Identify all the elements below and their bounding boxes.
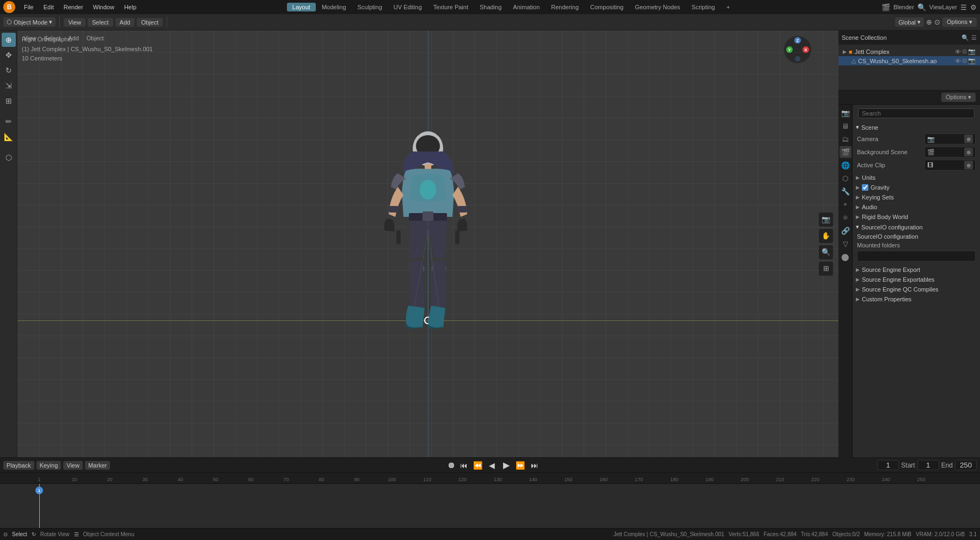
view-layer-props-icon[interactable]: 🗂	[840, 133, 852, 145]
step-back-btn[interactable]: ⏪	[472, 459, 484, 471]
bg-scene-pick-btn[interactable]: ⊕	[964, 148, 973, 156]
tab-shading[interactable]: Shading	[474, 3, 507, 11]
magnet-icon[interactable]: ⊕	[926, 18, 932, 26]
scene-section-header[interactable]: ▾ Scene	[853, 122, 980, 132]
vp-menu-add[interactable]: Add	[65, 34, 82, 43]
sourceio-section-header[interactable]: ▾ SourceIO configuration	[853, 222, 980, 232]
tab-compositing[interactable]: Compositing	[585, 3, 629, 11]
menu-window[interactable]: Window	[89, 3, 119, 11]
output-props-icon[interactable]: 🖥	[840, 120, 852, 132]
particles-props-icon[interactable]: ⚬	[840, 198, 852, 210]
menu-render[interactable]: Render	[59, 3, 88, 11]
selectable-icon-2[interactable]: ⊙	[962, 57, 967, 64]
outliner-options-icon[interactable]: ☰	[971, 34, 977, 41]
source-engine-export-section[interactable]: ▶ Source Engine Export	[853, 265, 980, 275]
tab-layout[interactable]: Layout	[287, 3, 316, 11]
tab-scripting[interactable]: Scripting	[686, 3, 720, 11]
tab-uv-editing[interactable]: UV Editing	[388, 3, 427, 11]
select-menu-btn[interactable]: Select	[88, 18, 113, 27]
scene-props-icon[interactable]: 🎬	[840, 146, 852, 158]
outliner-item-jett-complex[interactable]: ▶ ■ Jett Complex 👁 ⊙ 📷	[838, 47, 980, 56]
tab-sculpting[interactable]: Sculpting	[352, 3, 388, 11]
measure-tool[interactable]: 📐	[2, 130, 16, 144]
data-props-icon[interactable]: ▽	[840, 238, 852, 250]
camera-pick-btn[interactable]: ⊕	[964, 135, 973, 143]
mounted-folders-input[interactable]	[857, 251, 976, 262]
menu-help[interactable]: Help	[120, 3, 141, 11]
current-frame-input[interactable]: 1	[877, 460, 899, 470]
object-menu-btn[interactable]: Object	[137, 18, 163, 27]
zoom-icon[interactable]: 🔍	[819, 245, 833, 259]
tab-add[interactable]: +	[721, 3, 735, 11]
pan-icon[interactable]: ✋	[819, 229, 833, 243]
modifier-props-icon[interactable]: 🔧	[840, 185, 852, 197]
visibility-icon[interactable]: 👁	[955, 48, 961, 55]
tab-rendering[interactable]: Rendering	[546, 3, 584, 11]
marker-menu-btn[interactable]: Marker	[85, 461, 110, 470]
mode-dropdown[interactable]: ⬡ Object Mode ▾	[3, 17, 56, 27]
gravity-checkbox[interactable]	[862, 184, 868, 191]
keying-sets-section[interactable]: ▶ Keying Sets	[853, 192, 980, 202]
active-clip-value[interactable]: 🎞 ⊕	[924, 160, 976, 171]
tab-modeling[interactable]: Modeling	[316, 3, 352, 11]
move-tool[interactable]: ✥	[2, 48, 16, 62]
jump-end-btn[interactable]: ⏭	[529, 459, 541, 471]
render-icon-2[interactable]: 📷	[968, 57, 976, 64]
settings-icon[interactable]: ⚙	[970, 3, 977, 11]
grid-icon[interactable]: ⊞	[819, 262, 833, 276]
vp-menu-view[interactable]: View	[21, 34, 39, 43]
selectable-icon[interactable]: ⊙	[962, 48, 967, 55]
options-button[interactable]: Options ▾	[941, 93, 976, 102]
vp-menu-object[interactable]: Object	[84, 34, 107, 43]
jump-start-btn[interactable]: ⏮	[458, 459, 470, 471]
proportional-icon[interactable]: ⊙	[934, 18, 940, 26]
object-props-icon[interactable]: ⬡	[840, 172, 852, 184]
menu-edit[interactable]: Edit	[39, 3, 58, 11]
timeline-content[interactable]: 1	[0, 484, 980, 528]
render-icon[interactable]: 📷	[968, 48, 976, 55]
source-engine-qc-section[interactable]: ▶ Source Engine QC Compiles	[853, 284, 980, 294]
audio-section[interactable]: ▶ Audio	[853, 202, 980, 212]
add-menu-btn[interactable]: Add	[115, 18, 135, 27]
zoom-camera-icon[interactable]: 📷	[819, 213, 833, 227]
start-frame-input[interactable]: 1	[917, 460, 939, 470]
outliner-filter-icon[interactable]: 🔍	[961, 34, 969, 41]
menu-file[interactable]: File	[20, 3, 38, 11]
play-btn[interactable]: ▶	[500, 459, 512, 471]
view-menu-tl-btn[interactable]: View	[63, 461, 83, 470]
material-props-icon[interactable]: ⬤	[840, 251, 852, 263]
camera-value[interactable]: 📷 ⊕	[924, 134, 976, 144]
props-search-input[interactable]	[858, 108, 975, 118]
gravity-section[interactable]: ▶ Gravity	[853, 183, 980, 192]
world-props-icon[interactable]: 🌐	[840, 159, 852, 171]
active-clip-pick-btn[interactable]: ⊕	[964, 161, 973, 169]
custom-properties-section[interactable]: ▶ Custom Properties	[853, 294, 980, 304]
scale-tool[interactable]: ⇲	[2, 78, 16, 93]
visibility-icon-2[interactable]: 👁	[955, 58, 961, 64]
tab-texture-paint[interactable]: Texture Paint	[428, 3, 474, 11]
tab-geometry-nodes[interactable]: Geometry Nodes	[629, 3, 685, 11]
viewport-3d[interactable]: View Select Add Object Right Orthographi…	[17, 31, 838, 457]
transform-dropdown[interactable]: Global ▾	[895, 17, 924, 27]
rigid-body-world-section[interactable]: ▶ Rigid Body World	[853, 212, 980, 222]
cursor-tool[interactable]: ⊕	[2, 33, 16, 47]
physics-props-icon[interactable]: ⚛	[840, 211, 852, 223]
outliner-item-skelmesh[interactable]: △ CS_Wushu_S0_Skelmesh.ao 👁 ⊙ 📷	[838, 56, 980, 65]
view-menu-btn[interactable]: View	[64, 18, 85, 27]
add-object-tool[interactable]: ⬡	[2, 150, 16, 165]
transform-tool[interactable]: ⊞	[2, 94, 16, 108]
search-top-icon[interactable]: 🔍	[917, 3, 926, 11]
constraints-props-icon[interactable]: 🔗	[840, 225, 852, 236]
annotate-tool[interactable]: ✏	[2, 114, 16, 129]
step-forward-btn[interactable]: ⏩	[514, 459, 526, 471]
record-btn[interactable]: ⏺	[447, 460, 456, 470]
source-engine-exportables-section[interactable]: ▶ Source Engine Exportables	[853, 275, 980, 284]
playback-menu-btn[interactable]: Playback	[3, 461, 34, 470]
play-reverse-btn[interactable]: ◀	[486, 459, 498, 471]
rotate-tool[interactable]: ↻	[2, 63, 16, 77]
vp-menu-select[interactable]: Select	[41, 34, 64, 43]
end-frame-input[interactable]: 250	[955, 460, 977, 470]
options-btn[interactable]: Options ▾	[942, 17, 977, 27]
render-props-icon[interactable]: 📷	[840, 107, 852, 119]
units-section[interactable]: ▶ Units	[853, 173, 980, 183]
